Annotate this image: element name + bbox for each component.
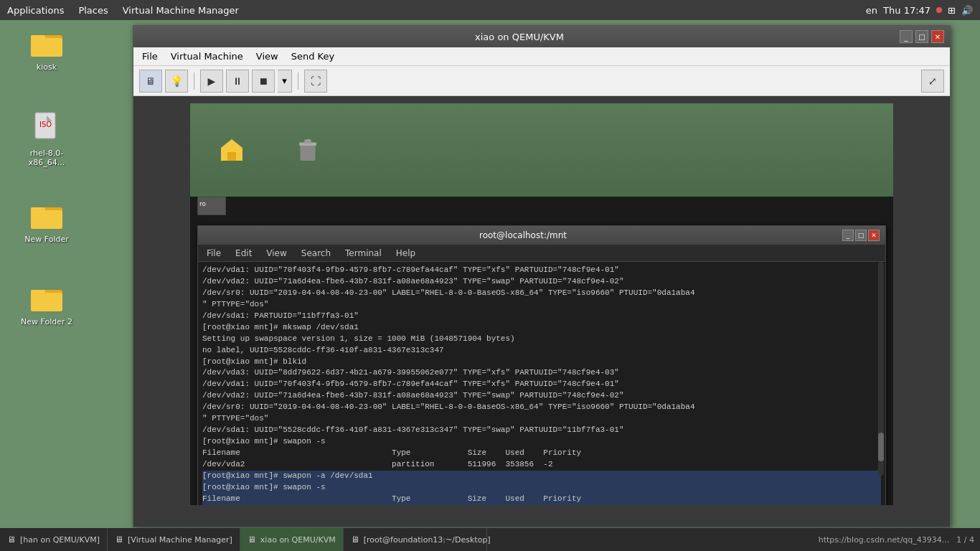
toolbar-screen-btn[interactable]: 🖥 [139,70,162,93]
term-line-14: " PTTYPE="dos" [202,413,881,425]
toolbar-pause-btn[interactable]: ⏸ [226,70,249,93]
term-maximize-btn[interactable]: □ [855,230,867,241]
taskbar: 🖥 [han on QEMU/KVM] 🖥 [Virtual Machine M… [0,528,980,551]
toolbar-sep-2 [298,72,298,90]
vm-desktop-area [190,103,893,197]
term-content: /dev/vda1: UUID="70f403f4-9fb9-4579-8fb7… [198,262,885,505]
status-dot [936,7,942,13]
taskbar-han-qemu[interactable]: 🖥 [han on QEMU/KVM] [0,528,108,551]
qemu-title: xiao on QEMU/KVM [139,32,900,42]
kiosk-folder-icon [29,25,64,60]
qemu-minimize-btn[interactable]: _ [900,30,913,43]
toolbar-fullscreen-btn[interactable]: ⛶ [304,70,327,93]
qemu-menu-send-key[interactable]: Send Key [286,50,340,63]
taskbar-xiao-qemu[interactable]: 🖥 xiao on QEMU/KVM [240,528,344,551]
rhel-label: rhel-8.0-x86_64... [18,149,75,167]
qemu-menubar: File Virtual Machine View Send Key [133,47,950,66]
term-line-11: /dev/vda1: UUID="70f403f4-9fb9-4579-8fb7… [202,379,881,390]
svg-rect-17 [305,139,311,143]
term-title: root@localhost:/mnt [204,230,842,240]
volume-icon: 🔊 [961,5,973,16]
taskbar-label-2: [Virtual Machine Manager] [128,535,232,545]
qemu-window: xiao on QEMU/KVM _ □ ✕ File Virtual Mach… [133,25,951,527]
term-menu-help[interactable]: Help [390,247,421,260]
toolbar-resize-btn[interactable]: ⤢ [921,70,944,93]
taskbar-url: https://blog.csdn.net/qq_43934... [819,535,957,545]
clock: Thu 17:47 [883,5,930,16]
term-line-12: /dev/vda2: UUID="71a6d4ea-fbe6-43b7-831f… [202,390,881,402]
term-menubar: File Edit View Search Terminal Help [198,245,885,262]
term-line-15: /dev/sda1: UUID="5528cddc-ff36-410f-a831… [202,425,881,436]
vm-screen: ro root@localhost:/mnt _ □ ✕ File Edit [190,103,893,505]
term-line-16: [root@xiao mnt]# swapon -s [202,436,881,448]
svg-text:ISO: ISO [39,121,52,128]
new-folder-1-icon [29,197,64,232]
term-line-5: /dev/sda1: PARTUUID="11bf7fa3-01" [202,311,881,322]
toolbar-play-btn[interactable]: ▶ [200,70,223,93]
toolbar-stop-dropdown[interactable]: ▾ [278,70,292,93]
taskbar-icon-4: 🖥 [351,534,359,545]
qemu-maximize-btn[interactable]: □ [915,30,928,43]
qemu-toolbar: 🖥 💡 ▶ ⏸ ⏹ ▾ ⛶ ⤢ [133,66,950,96]
desktop-icon-rhel[interactable]: ISO rhel-8.0-x86_64... [18,111,75,167]
term-menu-terminal[interactable]: Terminal [339,247,387,260]
taskbar-foundation[interactable]: 🖥 [root@foundation13:~/Desktop] [344,528,487,551]
term-line-17: Filename Type Size Used Priority [202,448,881,459]
term-close-btn[interactable]: ✕ [868,230,880,241]
term-line-3: /dev/sr0: UUID="2019-04-04-08-40-23-00" … [202,288,881,299]
applications-menu[interactable]: Applications [0,2,71,19]
qemu-menu-virtual-machine[interactable]: Virtual Machine [165,50,249,63]
svg-rect-2 [31,38,62,57]
term-line-10: /dev/vda3: UUID="8dd79622-6d37-4b21-a679… [202,367,881,379]
kiosk-label: kiosk [37,62,57,72]
taskbar-label-1: [han on QEMU/KVM] [20,535,100,545]
svg-rect-15 [301,145,316,161]
places-menu[interactable]: Places [71,2,115,19]
taskbar-vm-manager[interactable]: 🖥 [Virtual Machine Manager] [108,528,240,551]
term-line-18: /dev/vda2 partition 511996 353856 -2 [202,459,881,471]
rhel-file-icon: ISO [29,111,64,146]
taskbar-icon-1: 🖥 [7,534,16,545]
taskbar-icon-3: 🖥 [248,534,256,545]
new-folder-2-icon [29,280,64,314]
toolbar-sep-1 [194,72,194,90]
term-line-7: Setting up swapspace version 1, size = 1… [202,334,881,345]
qemu-menu-view[interactable]: View [250,50,284,63]
places-label: Places [78,5,108,16]
term-line-9: [root@xiao mnt]# blkid [202,357,881,368]
desktop-icon-new-folder-1[interactable]: New Folder [18,197,75,244]
term-menu-view[interactable]: View [260,247,292,260]
term-line-19: [root@xiao mnt]# swapon -a /dev/sda1 [202,471,881,482]
vm-manager-label: Virtual Machine Manager [123,5,239,16]
vm-manager-menu[interactable]: Virtual Machine Manager [116,2,246,19]
new-folder-2-label: New Folder 2 [21,317,72,326]
taskbar-label-3: xiao on QEMU/KVM [260,535,336,545]
terminal-window: root@localhost:/mnt _ □ ✕ File Edit View… [197,225,886,505]
desktop-icon-kiosk[interactable]: kiosk [18,25,75,72]
svg-rect-14 [227,152,236,161]
top-menubar: Applications Places Virtual Machine Mana… [0,0,980,20]
term-menu-search[interactable]: Search [296,247,336,260]
qemu-menu-file[interactable]: File [136,50,164,63]
term-scrollbar-thumb[interactable] [878,433,884,461]
term-line-20: [root@xiao mnt]# swapon -s [202,482,881,494]
term-menu-file[interactable]: File [201,247,227,260]
qemu-titlebar: xiao on QEMU/KVM _ □ ✕ [133,26,950,47]
taskbar-icon-2: 🖥 [115,534,123,545]
qemu-close-btn[interactable]: ✕ [931,30,944,43]
vm-display: ro root@localhost:/mnt _ □ ✕ File Edit [133,96,950,527]
toolbar-stop-btn[interactable]: ⏹ [252,70,275,93]
desktop-icon-new-folder-2[interactable]: New Folder 2 [18,280,75,326]
term-menu-edit[interactable]: Edit [230,247,258,260]
term-line-6: [root@xiao mnt]# mkswap /dev/sda1 [202,322,881,334]
term-line-21: Filename Type Size Used Priority [202,494,881,505]
applications-label: Applications [7,5,64,16]
taskbar-label-4: [root@foundation13:~/Desktop] [364,535,491,545]
toolbar-light-btn[interactable]: 💡 [165,70,188,93]
locale-indicator: en [866,5,877,16]
term-line-8: no label, UUID=5528cddc-ff36-410f-a831-4… [202,345,881,357]
taskbar-pages: 1 / 4 [956,535,980,545]
term-scrollbar[interactable] [878,262,884,476]
term-minimize-btn[interactable]: _ [842,230,854,241]
term-line-1: /dev/vda1: UUID="70f403f4-9fb9-4579-8fb7… [202,265,881,276]
